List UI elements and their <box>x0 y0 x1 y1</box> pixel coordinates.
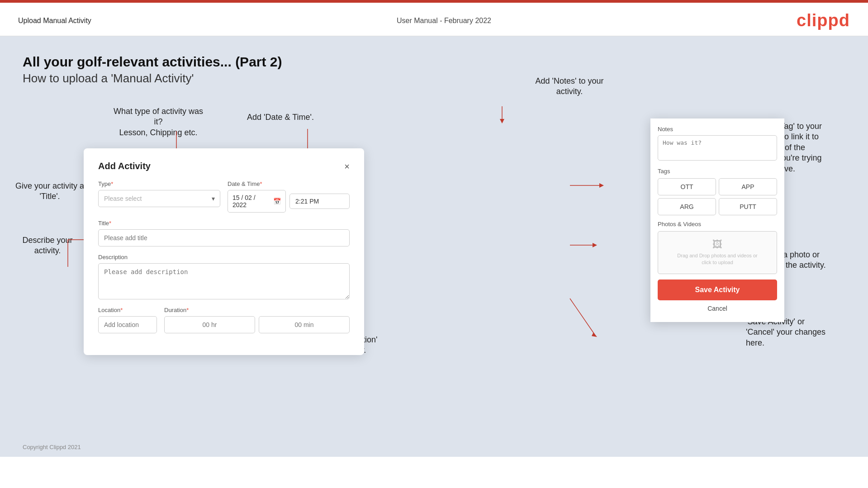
photos-section-label: Photos & Videos <box>658 221 777 227</box>
time-input[interactable]: 2:21 PM <box>289 194 350 209</box>
tags-grid: OTT APP ARG PUTT <box>658 178 777 215</box>
duration-inputs <box>164 316 350 333</box>
page-title-block: All your golf-relevant activities... (Pa… <box>23 54 845 85</box>
title-field-label: Title* <box>98 220 350 227</box>
location-label: Location* <box>98 307 157 313</box>
title-row: Title* <box>98 220 350 246</box>
title-input[interactable] <box>98 229 350 246</box>
annotation-title: Give your activity a 'Title'. <box>14 181 86 202</box>
notes-section-label: Notes <box>658 126 777 133</box>
duration-group: Duration* <box>164 307 350 333</box>
add-activity-dialog: Add Activity × Type* Please select ▾ Dat… <box>84 148 364 355</box>
header-left-label: Upload Manual Activity <box>18 17 91 25</box>
tag-putt[interactable]: PUTT <box>719 198 777 215</box>
svg-line-21 <box>570 298 595 335</box>
phone-inner: Notes Tags OTT APP ARG PUTT Photos & Vid… <box>650 118 784 322</box>
page-title-bold: All your golf-relevant activities... (Pa… <box>23 54 845 70</box>
logo: clippd <box>797 11 850 30</box>
tags-section-label: Tags <box>658 168 777 175</box>
type-select[interactable]: Please select <box>98 190 220 207</box>
annotation-description: Describe your activity. <box>14 235 81 256</box>
datetime-label: Date & Time* <box>228 180 350 187</box>
type-group: Type* Please select ▾ <box>98 180 220 213</box>
page-title-sub: How to upload a 'Manual Activity' <box>23 71 845 85</box>
duration-hours-input[interactable] <box>164 316 255 333</box>
annotation-datetime: Add 'Date & Time'. <box>235 112 326 123</box>
header: Upload Manual Activity User Manual - Feb… <box>0 3 868 36</box>
upload-text: Drag and Drop photos and videos or click… <box>662 252 773 266</box>
type-label: Type* <box>98 180 220 187</box>
description-textarea[interactable] <box>98 263 350 299</box>
description-group: Description <box>98 254 350 299</box>
footer-copyright: Copyright Clippd 2021 <box>23 444 81 450</box>
calendar-icon: 📅 <box>273 198 281 205</box>
save-activity-button[interactable]: Save Activity <box>658 280 777 300</box>
datetime-group: Date & Time* 15 / 02 / 2022 📅 2:21 PM <box>228 180 350 213</box>
description-label: Description <box>98 254 350 261</box>
phone-panel: Notes Tags OTT APP ARG PUTT Photos & Vid… <box>650 118 784 322</box>
location-input[interactable] <box>98 316 157 333</box>
header-center-label: User Manual - February 2022 <box>397 17 491 25</box>
svg-marker-20 <box>593 243 597 247</box>
notes-textarea[interactable] <box>658 135 777 161</box>
duration-label: Duration* <box>164 307 350 313</box>
date-input[interactable]: 15 / 02 / 2022 📅 <box>228 190 286 213</box>
upload-icon: 🖼 <box>662 239 773 251</box>
main-content: All your golf-relevant activities... (Pa… <box>0 36 868 457</box>
location-group: Location* <box>98 307 157 333</box>
annotation-type: What type of activity was it? Lesson, Ch… <box>109 106 208 138</box>
type-select-wrapper: Please select ▾ <box>98 190 220 207</box>
tag-arg[interactable]: ARG <box>658 198 716 215</box>
date-time-inputs: 15 / 02 / 2022 📅 2:21 PM <box>228 190 350 213</box>
cancel-link[interactable]: Cancel <box>658 305 777 312</box>
tag-app[interactable]: APP <box>719 178 777 195</box>
annotation-notes: Add 'Notes' to your activity. <box>524 76 615 97</box>
svg-marker-16 <box>500 119 504 123</box>
upload-area[interactable]: 🖼 Drag and Drop photos and videos or cli… <box>658 231 777 274</box>
location-duration-row: Location* Duration* <box>98 307 350 333</box>
duration-minutes-input[interactable] <box>259 316 350 333</box>
type-datetime-row: Type* Please select ▾ Date & Time* 15 / … <box>98 180 350 213</box>
title-group: Title* <box>98 220 350 246</box>
svg-marker-22 <box>592 332 597 337</box>
description-row: Description <box>98 254 350 299</box>
dialog-header: Add Activity × <box>98 161 350 171</box>
dialog-title: Add Activity <box>98 161 151 171</box>
svg-marker-18 <box>599 183 604 188</box>
close-button[interactable]: × <box>344 162 350 171</box>
tag-ott[interactable]: OTT <box>658 178 716 195</box>
